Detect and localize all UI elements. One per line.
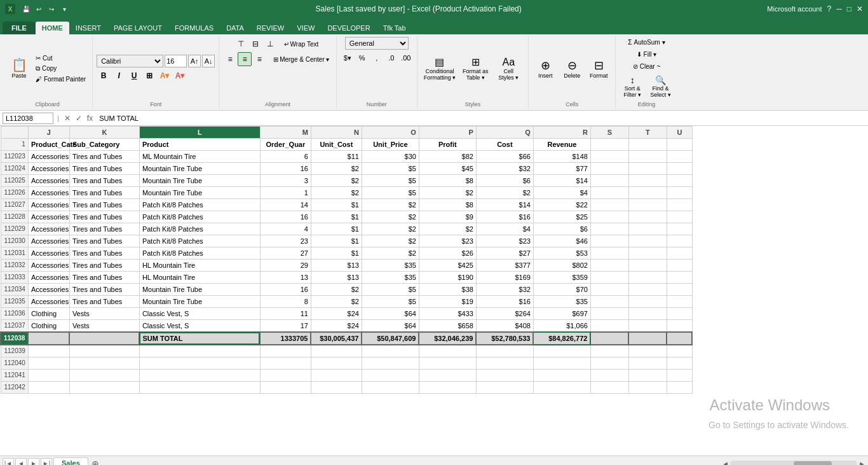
cell-s[interactable] (590, 175, 628, 187)
cell-k[interactable]: Tires and Tubes (69, 163, 139, 175)
cell-r[interactable]: $4 (533, 187, 590, 199)
cell-l[interactable]: ML Mountain Tire (139, 151, 260, 163)
cell-q[interactable]: $27 (476, 247, 533, 260)
align-middle-button[interactable]: ⊟ (248, 37, 262, 51)
cell-o[interactable]: $35 (362, 272, 419, 284)
cell-p[interactable]: $8 (419, 175, 476, 187)
cell-m[interactable]: 16 (260, 284, 311, 296)
cell-k[interactable]: Tires and Tubes (69, 296, 139, 308)
sum-cell-q[interactable]: $52,780,533 (476, 332, 533, 345)
cell-r[interactable]: $46 (533, 235, 590, 247)
font-size-decrease-button[interactable]: A↓ (202, 55, 215, 67)
col-header-t[interactable]: T (628, 127, 667, 139)
col-header-p[interactable]: P (419, 127, 476, 139)
wrap-text-button[interactable]: ↵ Wrap Text (281, 37, 322, 51)
cell-l[interactable]: HL Mountain Tire (139, 260, 260, 272)
cell-q[interactable]: $264 (476, 308, 533, 320)
qat-dropdown-icon[interactable]: ▾ (58, 3, 70, 15)
cell-t[interactable] (628, 151, 667, 163)
cell-n[interactable]: $13 (311, 272, 362, 284)
cell-t[interactable] (628, 272, 667, 284)
cell-l[interactable]: Patch Kit/8 Patches (139, 235, 260, 247)
cell-n[interactable]: $2 (311, 163, 362, 175)
restore-icon[interactable]: □ (847, 4, 851, 13)
tab-formulas[interactable]: FORMULAS (168, 22, 220, 34)
format-as-table-button[interactable]: ⊞ Format asTable ▾ (459, 54, 491, 83)
currency-button[interactable]: $▾ (341, 51, 355, 65)
cell-m[interactable]: 1 (260, 187, 311, 199)
add-sheet-button[interactable]: ⊕ (90, 458, 101, 466)
cell-m[interactable]: 23 (260, 235, 311, 247)
cell-u[interactable] (667, 211, 692, 223)
empty-cell-s[interactable] (590, 345, 628, 357)
cell-k[interactable]: Tires and Tubes (69, 284, 139, 296)
minimize-icon[interactable]: ─ (836, 4, 842, 13)
tab-file[interactable]: FILE (3, 22, 36, 34)
empty-cell-j[interactable] (28, 345, 69, 357)
empty-cell-q[interactable] (476, 345, 533, 357)
cell-m[interactable]: 6 (260, 151, 311, 163)
cell-t[interactable] (628, 296, 667, 308)
increase-decimal-button[interactable]: .0 (384, 51, 398, 65)
cell-s[interactable] (590, 272, 628, 284)
header-m[interactable]: Order_Quar (260, 139, 311, 151)
empty-cell-q[interactable] (476, 357, 533, 370)
cell-n[interactable]: $2 (311, 175, 362, 187)
empty-cell-p[interactable] (419, 382, 476, 394)
col-header-n[interactable]: N (311, 127, 362, 139)
copy-button[interactable]: ⧉ Copy (33, 64, 88, 74)
format-painter-button[interactable]: 🖌 Format Painter (33, 74, 88, 84)
cell-u[interactable] (667, 199, 692, 211)
cell-k[interactable]: Tires and Tubes (69, 235, 139, 247)
sum-cell-k[interactable] (69, 332, 139, 345)
bold-button[interactable]: B (97, 69, 111, 83)
cell-r[interactable]: $77 (533, 163, 590, 175)
tab-data[interactable]: DATA (220, 22, 250, 34)
conditional-formatting-button[interactable]: ▤ ConditionalFormatting ▾ (421, 54, 459, 83)
empty-cell-l[interactable] (139, 345, 260, 357)
cell-t[interactable] (628, 163, 667, 175)
sum-cell-u[interactable] (667, 332, 692, 345)
empty-cell-q[interactable] (476, 370, 533, 382)
cell-j[interactable]: Accessories (28, 163, 69, 175)
cell-k[interactable]: Tires and Tubes (69, 223, 139, 235)
cell-u[interactable] (667, 272, 692, 284)
cell-n[interactable]: $1 (311, 199, 362, 211)
cell-t[interactable] (628, 199, 667, 211)
cell-l[interactable]: Mountain Tire Tube (139, 175, 260, 187)
cell-styles-button[interactable]: Aa CellStyles ▾ (492, 55, 524, 83)
cell-t[interactable] (628, 247, 667, 260)
cell-l[interactable]: Classic Vest, S (139, 308, 260, 320)
cell-n[interactable]: $2 (311, 187, 362, 199)
cell-q[interactable]: $23 (476, 235, 533, 247)
col-header-l[interactable]: L (139, 127, 260, 139)
tab-tfk[interactable]: Tfk Tab (377, 22, 412, 34)
empty-cell-s[interactable] (590, 370, 628, 382)
empty-cell-p[interactable] (419, 357, 476, 370)
cell-j[interactable]: Accessories (28, 260, 69, 272)
italic-button[interactable]: I (112, 69, 126, 83)
cell-o[interactable]: $2 (362, 235, 419, 247)
cell-t[interactable] (628, 211, 667, 223)
cell-m[interactable]: 16 (260, 211, 311, 223)
cell-p[interactable]: $82 (419, 151, 476, 163)
cell-s[interactable] (590, 284, 628, 296)
tab-page-layout[interactable]: PAGE LAYOUT (107, 22, 168, 34)
percent-button[interactable]: % (355, 51, 369, 65)
cell-j[interactable]: Accessories (28, 296, 69, 308)
tab-view[interactable]: VIEW (290, 22, 321, 34)
insert-button[interactable]: ⊕ Insert (532, 57, 558, 81)
cell-p[interactable]: $19 (419, 296, 476, 308)
cell-o[interactable]: $5 (362, 163, 419, 175)
horizontal-scrollbar-area[interactable]: ◄ ► (722, 460, 865, 466)
empty-cell-n[interactable] (311, 357, 362, 370)
empty-cell-l[interactable] (139, 357, 260, 370)
cell-o[interactable]: $5 (362, 187, 419, 199)
underline-button[interactable]: U (127, 69, 141, 83)
clear-button[interactable]: ⊘ Clear ~ (630, 61, 664, 72)
cell-q[interactable]: $6 (476, 175, 533, 187)
empty-cell-r[interactable] (533, 382, 590, 394)
cell-j[interactable]: Accessories (28, 211, 69, 223)
empty-cell-j[interactable] (28, 357, 69, 370)
cell-o[interactable]: $2 (362, 223, 419, 235)
